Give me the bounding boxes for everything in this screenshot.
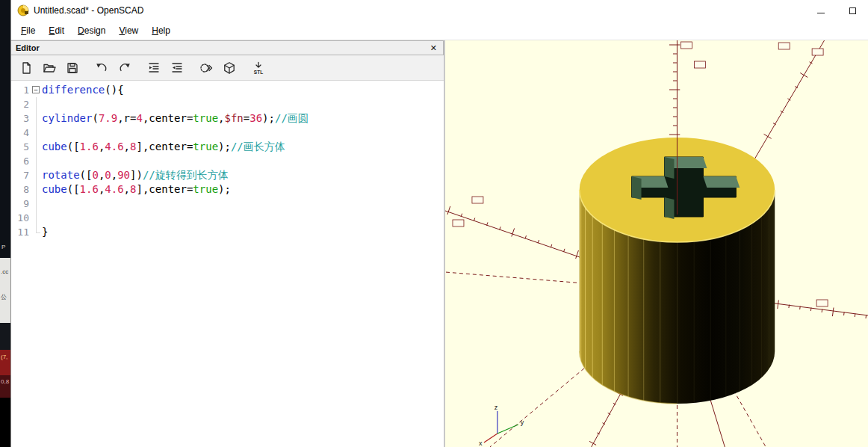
line-number: 11 [11, 225, 31, 239]
fold-margin [31, 154, 42, 168]
code-line-11[interactable]: 11} [11, 225, 444, 239]
hole-far-wall [703, 176, 740, 188]
bg-fragment-red: (7, [0, 350, 10, 375]
hole-left-wall [632, 176, 642, 200]
bg-fragment-black [0, 398, 10, 447]
hole-left-wall [664, 197, 674, 219]
menu-design[interactable]: Design [71, 22, 112, 39]
bg-fragment-dark: P [0, 0, 10, 258]
titlebar[interactable]: Untitled.scad* - OpenSCAD [11, 0, 868, 21]
line-number: 8 [11, 182, 31, 197]
bg-fragment-darkred: 0,8 [0, 375, 10, 398]
line-number: 3 [11, 111, 31, 126]
code-editor[interactable]: 1−difference(){23cylinder(7.9,r=4,center… [11, 81, 444, 447]
line-number: 6 [11, 154, 31, 168]
toolbar-indent-button[interactable] [145, 59, 163, 77]
screen: P .cc公 (7, 0,8 Untitled.scad* - OpenSCAD [0, 0, 868, 447]
minimize-button[interactable] [805, 0, 837, 21]
viewport-3d[interactable]: z y x [445, 40, 868, 447]
line-number: 1 [11, 83, 31, 97]
menu-file[interactable]: File [14, 22, 42, 39]
svg-text:STL: STL [254, 69, 263, 74]
save-file-icon [66, 61, 79, 75]
toolbar-export-stl-button[interactable]: STL [249, 59, 267, 77]
unindent-icon [170, 61, 184, 75]
code-line-3[interactable]: 3cylinder(7.9,r=4,center=true,$fn=36);//… [11, 111, 444, 126]
background-window-strip: P .cc公 (7, 0,8 [0, 0, 10, 447]
code-line-8[interactable]: 8cube([1.6,4.6,8],center=true); [11, 182, 444, 197]
toolbar-preview-button[interactable] [197, 59, 215, 77]
fold-collapse-icon[interactable]: − [32, 86, 40, 93]
redo-icon [118, 61, 131, 75]
menu-view[interactable]: View [112, 22, 145, 39]
fold-margin [31, 182, 42, 197]
line-number: 4 [11, 126, 31, 140]
fold-margin [31, 97, 42, 111]
openscad-window: Untitled.scad* - OpenSCAD FileEditDesign… [10, 0, 868, 447]
bg-fragment-dark2 [0, 323, 10, 350]
fold-margin [31, 168, 42, 182]
fold-margin [31, 126, 42, 140]
openscad-logo-icon [17, 4, 29, 16]
fold-margin [31, 140, 42, 154]
open-file-icon [43, 61, 56, 75]
line-number: 2 [11, 97, 31, 111]
fold-margin [31, 197, 42, 211]
code-line-1[interactable]: 1−difference(){ [11, 83, 444, 97]
toolbar-unindent-button[interactable] [168, 59, 186, 77]
code-line-9[interactable]: 9 [11, 197, 444, 211]
window-controls [805, 0, 868, 21]
editor-dock-header[interactable]: Editor ✕ [11, 40, 444, 55]
code-line-7[interactable]: 7rotate([0,0,90])//旋转得到长方体 [11, 168, 444, 182]
line-number: 9 [11, 197, 31, 211]
menu-edit[interactable]: Edit [42, 22, 71, 39]
maximize-button[interactable] [837, 0, 868, 21]
new-file-icon [19, 61, 33, 75]
close-icon[interactable]: ✕ [429, 43, 438, 53]
render-scene: z y x [445, 40, 868, 447]
indent-icon [147, 61, 161, 75]
code-line-2[interactable]: 2 [11, 97, 444, 111]
toolbar-open-file-button[interactable] [40, 59, 58, 77]
window-title: Untitled.scad* - OpenSCAD [34, 5, 805, 16]
toolbar-redo-button[interactable] [116, 59, 134, 77]
menu-help[interactable]: Help [145, 22, 177, 39]
menubar: FileEditDesignViewHelp [11, 21, 868, 40]
code-line-text: cylinder(7.9,r=4,center=true,$fn=36);//画… [42, 111, 309, 126]
line-number: 10 [11, 211, 31, 225]
code-line-text: } [42, 225, 48, 239]
code-line-5[interactable]: 5cube([1.6,4.6,8],center=true);//画长方体 [11, 140, 444, 154]
code-line-text: rotate([0,0,90])//旋转得到长方体 [42, 168, 229, 182]
axis-indicator-z-label: z [495, 404, 498, 411]
code-line-text: cube([1.6,4.6,8],center=true);//画长方体 [42, 140, 285, 154]
fold-margin [31, 225, 42, 239]
toolbar-undo-button[interactable] [93, 59, 111, 77]
toolbar-save-file-button[interactable] [63, 59, 81, 77]
main-area: Editor ✕ STL 1−difference(){23cylinder(7… [11, 40, 868, 447]
editor-dock-title: Editor [16, 43, 40, 52]
fold-margin[interactable]: − [31, 83, 42, 97]
export-stl-icon: STL [252, 61, 265, 75]
axis-indicator-y-label: y [521, 419, 524, 426]
code-line-text: difference(){ [42, 83, 124, 97]
render-icon [223, 61, 236, 75]
preview-icon [199, 61, 213, 75]
code-line-text: cube([1.6,4.6,8],center=true); [42, 182, 231, 197]
code-line-10[interactable]: 10 [11, 211, 444, 225]
code-line-6[interactable]: 6 [11, 154, 444, 168]
bg-fragment-light: .cc公 [0, 258, 10, 323]
fold-margin [31, 211, 42, 225]
undo-icon [95, 61, 108, 75]
editor-dock: Editor ✕ STL 1−difference(){23cylinder(7… [11, 40, 444, 447]
code-line-4[interactable]: 4 [11, 126, 444, 140]
hole-left-wall [664, 157, 674, 179]
fold-margin [31, 111, 42, 126]
editor-toolbar: STL [11, 55, 444, 81]
axis-indicator-x-label: x [479, 440, 483, 447]
line-number: 5 [11, 140, 31, 154]
toolbar-render-button[interactable] [220, 59, 238, 77]
line-number: 7 [11, 168, 31, 182]
toolbar-new-file-button[interactable] [17, 59, 35, 77]
